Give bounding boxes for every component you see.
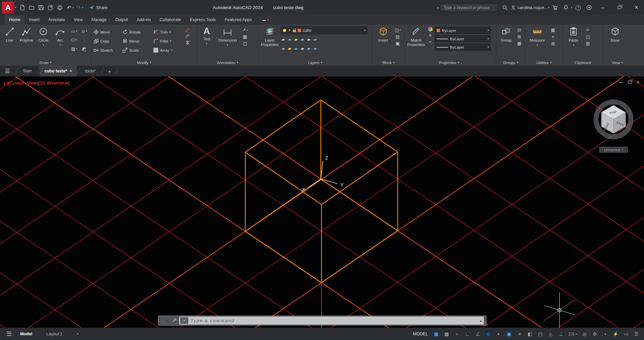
- workspace-settings-button[interactable]: ⚙: [591, 330, 599, 338]
- copy-clip-button[interactable]: ◫: [586, 34, 590, 39]
- viewport-restore-icon[interactable]: [628, 81, 631, 84]
- trim-button[interactable]: Trim▾: [153, 27, 182, 37]
- collapse-search-icon[interactable]: ▸: [437, 6, 439, 9]
- tab-view[interactable]: View: [69, 15, 87, 24]
- view-panel-label[interactable]: View▾: [603, 59, 631, 66]
- model-space-toggle[interactable]: MODEL: [411, 332, 430, 336]
- ellipse-button[interactable]: ▾: [69, 36, 79, 44]
- layer-vpfreeze-button[interactable]: ▰: [307, 46, 310, 51]
- linetype-list-icon[interactable]: ┅: [429, 39, 432, 44]
- properties-panel-label[interactable]: Properties▾⌟: [405, 59, 496, 66]
- share-button[interactable]: Share: [89, 5, 108, 10]
- clean-screen-button[interactable]: ▭: [622, 330, 630, 338]
- lineweight-select[interactable]: ByLayer ▾: [435, 35, 491, 42]
- paste-button[interactable]: Paste ▾: [564, 25, 583, 59]
- tab-featured-apps[interactable]: Featured Apps: [220, 15, 256, 24]
- compass-east-label[interactable]: E: [595, 120, 597, 124]
- groups-panel-label[interactable]: Groups▾: [496, 59, 525, 66]
- notifications-button[interactable]: [561, 3, 571, 13]
- viewport-close-icon[interactable]: ×: [637, 80, 639, 85]
- open-file-button[interactable]: [27, 3, 36, 13]
- new-file-button[interactable]: [17, 3, 27, 13]
- command-drag-handle[interactable]: [161, 318, 164, 324]
- search-input[interactable]: [440, 4, 498, 11]
- compass-north-label[interactable]: N: [630, 122, 633, 126]
- layer-properties-button[interactable]: Layer Properties: [260, 25, 280, 59]
- command-line[interactable]: × ▾ ▲: [158, 316, 487, 326]
- mirror-button[interactable]: Mirror: [122, 37, 153, 46]
- layer-on-icon[interactable]: [283, 29, 286, 32]
- annotation-scale-select[interactable]: 1:1▾: [567, 332, 578, 336]
- command-input-area[interactable]: ▾ ▲: [179, 317, 484, 325]
- circle-button[interactable]: Circle ▾: [36, 25, 51, 59]
- close-tab-icon[interactable]: ×: [70, 69, 72, 73]
- group-selection-button[interactable]: ▦: [517, 41, 521, 46]
- group-edit-button[interactable]: ⊞: [517, 34, 521, 39]
- viewport-controls-label[interactable]: [-][Custom View][2D Wireframe]: [4, 80, 70, 86]
- layer-merge-button[interactable]: ▰: [313, 46, 317, 51]
- isometric-drafting-toggle[interactable]: ◇: [484, 330, 492, 338]
- hatch-button[interactable]: ▨▾: [69, 44, 79, 53]
- command-input[interactable]: [191, 318, 476, 323]
- annotation-more-button[interactable]: ◫: [243, 41, 247, 46]
- dynamic-ucs-toggle[interactable]: ⊥: [557, 330, 565, 338]
- command-history-toggle-icon[interactable]: ▲: [478, 319, 484, 323]
- line-button[interactable]: Line: [2, 25, 17, 59]
- create-block-button[interactable]: ▤: [396, 34, 400, 39]
- 3d-object-snap-toggle[interactable]: ◬: [546, 330, 555, 338]
- tab-addins[interactable]: Add-ins: [132, 15, 155, 24]
- grid-display-toggle[interactable]: ▦: [432, 330, 440, 338]
- utilities-panel-label[interactable]: Utilities▾: [525, 59, 562, 66]
- object-color-select[interactable]: ByLayer ▾: [435, 27, 491, 34]
- layer-unisolate-button[interactable]: ▰: [307, 37, 310, 42]
- search-button[interactable]: [500, 3, 509, 13]
- viewcube[interactable]: S E N W TOP RIGHT BACK Unnamed ▾: [588, 98, 639, 153]
- quick-calc-button[interactable]: ▦: [551, 27, 555, 33]
- layer-previous-button[interactable]: ▰: [294, 46, 298, 51]
- layer-make-current-button[interactable]: ▰: [282, 46, 285, 51]
- layer-isolate-button[interactable]: ▰: [288, 37, 291, 42]
- ortho-mode-toggle[interactable]: ∟: [463, 330, 472, 338]
- file-tab-other[interactable]: dado*: [80, 66, 101, 76]
- match-properties-button[interactable]: Match Properties: [406, 25, 426, 59]
- insert-button[interactable]: Insert: [374, 25, 392, 59]
- circle-center-button[interactable]: ⊙▾: [79, 27, 89, 36]
- rotate-button[interactable]: Rotate: [122, 27, 153, 37]
- drawing-canvas[interactable]: ZXY: [0, 76, 644, 328]
- layer-color-swatch[interactable]: [298, 29, 301, 32]
- gradient-button[interactable]: ◩: [79, 44, 89, 53]
- layer-match-button[interactable]: ▰: [288, 46, 291, 51]
- selection-cycling-toggle[interactable]: ◰: [536, 330, 544, 338]
- stretch-button[interactable]: Stretch: [93, 46, 122, 55]
- copy-button[interactable]: Copy: [93, 37, 122, 46]
- model-tab[interactable]: Model: [17, 330, 36, 338]
- add-cleanup-button[interactable]: +: [601, 330, 609, 338]
- object-snap-tracking-toggle[interactable]: ⌖: [494, 330, 503, 338]
- viewport-minimize-icon[interactable]: ─: [620, 80, 623, 85]
- dynamic-input-toggle[interactable]: +: [453, 330, 461, 338]
- recent-commands-button[interactable]: ▾: [180, 317, 188, 324]
- tab-manage[interactable]: Manage: [87, 15, 111, 24]
- transparency-toggle[interactable]: ◧: [526, 330, 534, 338]
- drawing-viewport[interactable]: ZXY [-][Custom View][2D Wireframe] ─ × S…: [0, 76, 644, 328]
- tab-output[interactable]: Output: [111, 15, 133, 24]
- file-tab-start[interactable]: Start: [18, 66, 36, 76]
- layer-lock-button[interactable]: ▰: [301, 37, 304, 42]
- array-button[interactable]: Array▾: [153, 46, 182, 55]
- store-button[interactable]: [551, 3, 560, 13]
- block-panel-label[interactable]: Block▾: [373, 59, 404, 66]
- account-menu[interactable]: carolina.roque... ▾: [511, 5, 549, 10]
- layer-select[interactable]: ☀ cubo ▾: [281, 26, 367, 34]
- properties-dialog-launcher-icon[interactable]: ⌟: [460, 61, 462, 64]
- snap-mode-toggle[interactable]: ▩: [442, 330, 451, 338]
- close-button[interactable]: ×: [629, 0, 644, 15]
- tab-annotate[interactable]: Annotate: [44, 15, 69, 24]
- draw-panel-label[interactable]: Draw▾: [0, 59, 91, 66]
- compass-west-label[interactable]: W: [626, 105, 629, 109]
- lineweight-toggle[interactable]: ≡: [515, 330, 524, 338]
- tab-insert[interactable]: Insert: [24, 15, 44, 24]
- save-button[interactable]: [36, 3, 46, 13]
- offset-button[interactable]: [185, 34, 190, 39]
- layout1-tab[interactable]: Layout 1: [43, 330, 66, 338]
- leader-button[interactable]: ↗▾: [242, 27, 248, 33]
